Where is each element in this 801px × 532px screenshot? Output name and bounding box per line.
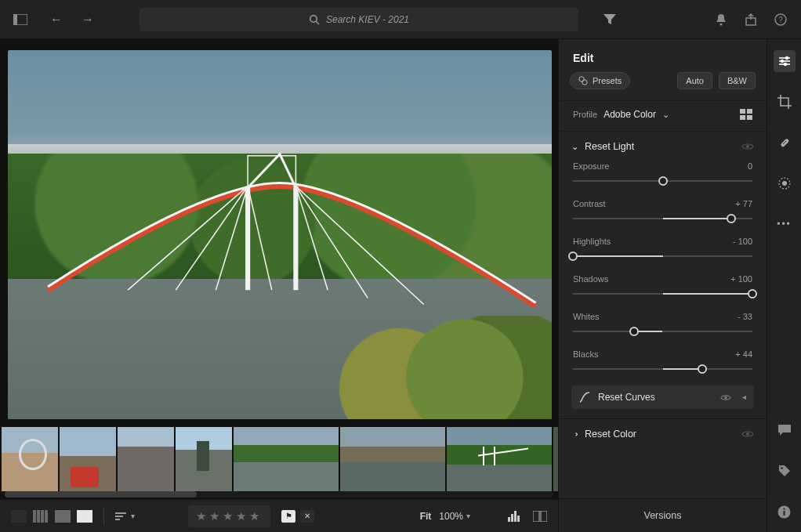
chevron-right-icon: ⌄ bbox=[571, 431, 579, 438]
slider-label: Whites bbox=[573, 312, 600, 321]
svg-point-20 bbox=[579, 77, 584, 81]
top-bar: ← → Search KIEV - 2021 ? bbox=[0, 0, 801, 39]
heal-tool-icon[interactable] bbox=[774, 132, 796, 154]
versions-button[interactable]: Versions bbox=[559, 498, 767, 532]
view-grid-icon[interactable] bbox=[11, 510, 27, 523]
mask-tool-icon[interactable] bbox=[774, 172, 796, 194]
color-section-header[interactable]: ⌄ Reset Color bbox=[571, 429, 754, 440]
panel-toggle-icon[interactable] bbox=[11, 10, 30, 29]
tool-rail: ••• bbox=[767, 39, 801, 532]
tag-icon[interactable] bbox=[774, 460, 796, 482]
search-input[interactable]: Search KIEV - 2021 bbox=[140, 8, 578, 31]
svg-rect-25 bbox=[747, 115, 752, 120]
eye-icon[interactable] bbox=[741, 143, 754, 150]
comment-icon[interactable] bbox=[774, 419, 796, 441]
svg-rect-22 bbox=[740, 109, 745, 114]
light-section: ⌄ Reset Light Exposure0Contrast+ 77Highl… bbox=[559, 131, 767, 418]
nav-back-button[interactable]: ← bbox=[47, 10, 66, 29]
thumbnail[interactable] bbox=[60, 427, 116, 491]
filter-icon[interactable] bbox=[600, 10, 619, 29]
thumbnail[interactable] bbox=[118, 427, 174, 491]
flag-pick-icon[interactable]: ⚑ bbox=[281, 510, 295, 523]
view-single-icon[interactable] bbox=[77, 510, 92, 523]
light-section-header[interactable]: ⌄ Reset Light bbox=[571, 141, 754, 152]
filmstrip-scrollbar[interactable] bbox=[5, 491, 553, 498]
slider-track[interactable] bbox=[573, 364, 752, 375]
caret-icon: ◂ bbox=[742, 393, 746, 401]
slider-whites: Whites- 33 bbox=[571, 302, 754, 340]
zoom-value: 100% bbox=[439, 511, 463, 522]
thumbnail[interactable] bbox=[2, 427, 58, 491]
rating-stars[interactable]: ★★★★★ bbox=[188, 505, 270, 527]
svg-rect-24 bbox=[740, 115, 745, 120]
view-compare-icon[interactable] bbox=[55, 510, 71, 523]
svg-rect-16 bbox=[514, 511, 516, 522]
slider-shadows: Shadows+ 100 bbox=[571, 265, 754, 302]
slider-contrast: Contrast+ 77 bbox=[571, 190, 754, 227]
eye-icon[interactable] bbox=[741, 430, 754, 438]
profile-value[interactable]: Adobe Color bbox=[603, 109, 656, 120]
slider-knob[interactable] bbox=[629, 327, 639, 336]
photo-preview[interactable] bbox=[8, 50, 552, 419]
fit-button[interactable]: Fit bbox=[420, 511, 432, 522]
thumbnail[interactable] bbox=[553, 427, 558, 491]
svg-text:?: ? bbox=[778, 16, 783, 24]
svg-point-27 bbox=[724, 396, 727, 399]
chevron-down-icon[interactable]: ⌄ bbox=[662, 110, 669, 119]
more-icon[interactable]: ••• bbox=[774, 213, 796, 235]
eye-icon[interactable] bbox=[720, 394, 731, 401]
svg-point-38 bbox=[782, 181, 787, 186]
bw-button[interactable]: B&W bbox=[719, 72, 756, 89]
info-icon[interactable] bbox=[774, 501, 796, 523]
zoom-dropdown[interactable]: 100% ▾ bbox=[439, 511, 470, 522]
slider-label: Highlights bbox=[573, 237, 611, 246]
nav-forward-button[interactable]: → bbox=[78, 10, 97, 29]
svg-rect-17 bbox=[517, 516, 520, 522]
slider-knob[interactable] bbox=[568, 252, 578, 261]
slider-track[interactable] bbox=[573, 251, 752, 262]
slider-knob[interactable] bbox=[727, 214, 736, 223]
slider-knob[interactable] bbox=[658, 176, 668, 186]
curves-button[interactable]: Reset Curves ◂ bbox=[571, 385, 754, 409]
thumbnail[interactable] bbox=[340, 427, 445, 491]
svg-point-2 bbox=[310, 15, 317, 22]
view-grid2-icon[interactable] bbox=[33, 510, 49, 523]
slider-blacks: Blacks+ 44 bbox=[571, 340, 754, 378]
flag-reject-icon[interactable]: ✕ bbox=[300, 510, 314, 523]
slider-knob[interactable] bbox=[698, 364, 707, 374]
thumbnail[interactable] bbox=[234, 427, 339, 491]
filmstrip bbox=[0, 424, 558, 499]
svg-rect-41 bbox=[784, 511, 785, 516]
before-after-icon[interactable] bbox=[533, 511, 547, 522]
svg-rect-23 bbox=[747, 109, 752, 114]
histogram-toggle-icon[interactable] bbox=[508, 511, 522, 522]
presets-icon bbox=[578, 76, 588, 85]
slider-track[interactable] bbox=[573, 213, 752, 224]
svg-point-32 bbox=[780, 60, 783, 63]
notifications-icon[interactable] bbox=[712, 10, 730, 29]
edit-panel-title: Edit bbox=[559, 39, 767, 72]
slider-track[interactable] bbox=[573, 176, 752, 186]
slider-value: 0 bbox=[748, 161, 752, 171]
share-icon[interactable] bbox=[741, 10, 760, 29]
slider-value: + 100 bbox=[730, 274, 752, 284]
slider-track[interactable] bbox=[573, 326, 752, 337]
slider-label: Blacks bbox=[573, 349, 598, 359]
svg-point-30 bbox=[785, 56, 788, 60]
edit-panel: Edit Presets Auto B&W Profile Adobe Colo… bbox=[558, 39, 767, 532]
svg-marker-4 bbox=[603, 14, 616, 24]
thumbnail-selected[interactable] bbox=[447, 427, 552, 491]
thumbnail[interactable] bbox=[176, 427, 232, 491]
slider-exposure: Exposure0 bbox=[571, 152, 754, 190]
slider-track[interactable] bbox=[573, 288, 752, 299]
svg-point-34 bbox=[783, 63, 786, 66]
presets-button[interactable]: Presets bbox=[570, 72, 630, 89]
sort-button[interactable]: ▾ bbox=[115, 512, 135, 521]
slider-knob[interactable] bbox=[748, 289, 757, 299]
slider-highlights: Highlights- 100 bbox=[571, 227, 754, 265]
profile-browser-icon[interactable] bbox=[740, 109, 752, 120]
help-icon[interactable]: ? bbox=[771, 10, 790, 29]
crop-tool-icon[interactable] bbox=[774, 91, 796, 113]
auto-button[interactable]: Auto bbox=[677, 72, 712, 89]
edit-tool-icon[interactable] bbox=[774, 50, 796, 72]
